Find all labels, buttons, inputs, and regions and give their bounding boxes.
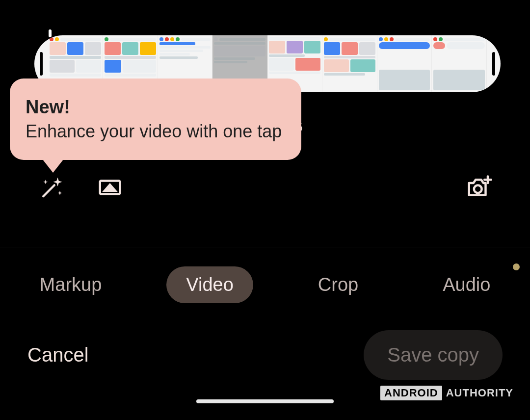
tooltip-body: Enhance your video with one tap — [26, 120, 284, 143]
tooltip-headline: New! — [26, 95, 284, 119]
svg-point-6 — [474, 185, 482, 193]
camera-plus-icon — [466, 174, 492, 201]
timeline-handle-right[interactable] — [487, 35, 501, 92]
svg-line-0 — [43, 185, 54, 197]
tab-crop[interactable]: Crop — [298, 266, 378, 303]
tool-row — [0, 170, 530, 205]
tab-audio[interactable]: Audio — [423, 266, 510, 303]
svg-marker-5 — [102, 183, 118, 192]
editor-screen: 6 New! Enhance your video with one tap — [0, 0, 530, 420]
svg-marker-2 — [58, 191, 62, 195]
section-divider — [0, 247, 530, 247]
timeline-frame — [377, 35, 432, 92]
enhance-button[interactable] — [35, 172, 67, 203]
save-copy-button[interactable]: Save copy — [364, 330, 503, 380]
cancel-button[interactable]: Cancel — [27, 344, 89, 366]
watermark-brand-rest: AUTHORITY — [446, 387, 513, 399]
stabilize-button[interactable] — [94, 172, 126, 203]
magic-wand-sparkle-icon — [38, 174, 64, 201]
timeline-frame — [432, 35, 487, 92]
export-frame-button[interactable] — [463, 172, 495, 203]
tab-video[interactable]: Video — [166, 266, 253, 303]
timeline-playhead[interactable] — [49, 29, 52, 37]
watermark-brand-boxed: ANDROID — [380, 386, 442, 400]
stabilize-frame-icon — [97, 174, 123, 201]
tab-audio-indicator-dot — [513, 263, 520, 270]
tab-markup[interactable]: Markup — [20, 266, 122, 303]
editor-tabs: Markup Video Crop Audio — [0, 263, 530, 306]
watermark: ANDROID AUTHORITY — [380, 386, 513, 400]
svg-marker-3 — [43, 180, 48, 184]
bottom-action-bar: Cancel Save copy — [0, 328, 530, 382]
gesture-nav-handle[interactable] — [196, 399, 334, 403]
timeline-frame — [322, 35, 377, 92]
feature-tooltip[interactable]: New! Enhance your video with one tap — [10, 79, 301, 160]
